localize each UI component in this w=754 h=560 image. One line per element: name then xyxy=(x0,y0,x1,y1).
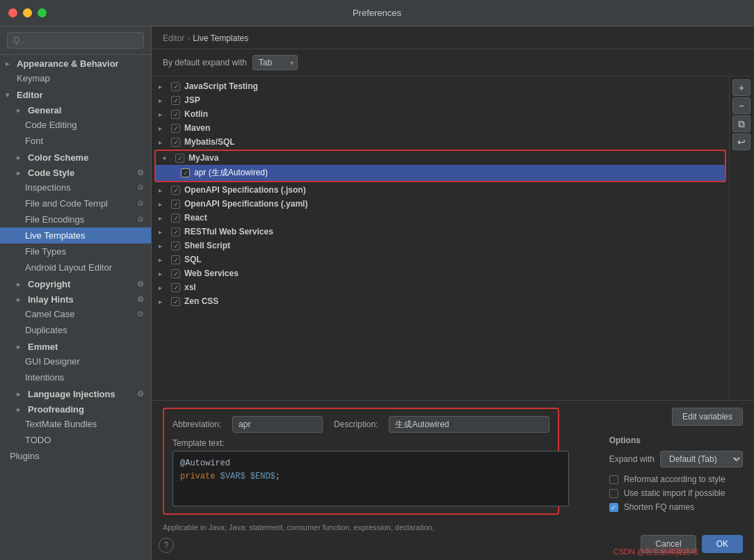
maximize-button[interactable] xyxy=(38,8,47,17)
help-button[interactable]: ? xyxy=(159,538,174,553)
group-checkbox-restful[interactable] xyxy=(171,227,180,237)
group-checkbox-xsl[interactable] xyxy=(171,283,180,292)
sidebar-item-language-injections[interactable]: Language Injections ⚙ xyxy=(0,385,151,401)
group-checkbox-javascript-testing[interactable] xyxy=(171,82,180,91)
close-button[interactable] xyxy=(8,8,17,17)
edit-variables-button[interactable]: Edit variables xyxy=(672,408,743,426)
sidebar-item-copyright[interactable]: Copyright ⚙ xyxy=(0,275,151,291)
template-line-1: @Autowired xyxy=(180,457,561,470)
group-checkbox-react[interactable] xyxy=(171,214,180,223)
copy-template-button[interactable]: ⧉ xyxy=(732,115,751,132)
sidebar-item-proofreading[interactable]: Proofreading xyxy=(0,401,151,416)
ok-button[interactable]: OK xyxy=(702,535,743,553)
sidebar-item-gui-designer[interactable]: GUI Designer xyxy=(0,353,151,369)
group-checkbox-maven[interactable] xyxy=(171,124,180,133)
template-group-mybatis-sql[interactable]: Mybatis/SQL xyxy=(152,135,729,149)
minimize-button[interactable] xyxy=(23,8,32,17)
sidebar-item-appearance-behavior[interactable]: Appearance & Behavior xyxy=(0,55,151,70)
sidebar-item-code-style[interactable]: Code Style ⚙ xyxy=(0,164,151,179)
template-group-javascript-testing[interactable]: JavaScript Testing xyxy=(152,79,729,93)
template-group-jsp[interactable]: JSP xyxy=(152,93,729,107)
gear-icon: ⚙ xyxy=(137,183,144,192)
reformat-option-row: Reformat according to style xyxy=(609,474,743,484)
toolbar: By default expand with Tab Enter Space xyxy=(152,49,754,77)
template-group-kotlin[interactable]: Kotlin xyxy=(152,107,729,121)
group-checkbox-mybatis-sql[interactable] xyxy=(171,138,180,147)
sidebar-item-editor[interactable]: Editor xyxy=(0,86,151,102)
group-checkbox-myjava[interactable] xyxy=(175,154,184,163)
reset-template-button[interactable]: ↩ xyxy=(732,134,751,150)
template-group-openapi-json[interactable]: OpenAPI Specifications (.json) xyxy=(152,183,729,197)
group-checkbox-zen-css[interactable] xyxy=(171,297,180,306)
sidebar-item-file-code-templates[interactable]: File and Code Templ ⚙ xyxy=(0,195,151,211)
sidebar-item-font[interactable]: Font xyxy=(0,133,151,149)
sidebar-item-camel-case[interactable]: Camel Case ⚙ xyxy=(0,306,151,322)
group-label: React xyxy=(184,213,207,223)
sidebar-item-file-types[interactable]: File Types xyxy=(0,243,151,259)
sidebar-item-intentions[interactable]: Intentions xyxy=(0,369,151,385)
template-group-xsl[interactable]: xsl xyxy=(152,280,729,294)
remove-template-button[interactable]: − xyxy=(732,97,751,114)
group-checkbox-shell-script[interactable] xyxy=(171,241,180,250)
sidebar-item-todo[interactable]: TODO xyxy=(0,432,151,448)
group-checkbox-sql[interactable] xyxy=(171,255,180,264)
sidebar-item-code-editing[interactable]: Code Editing xyxy=(0,117,151,133)
group-label: Maven xyxy=(184,123,210,133)
group-checkbox-web-services[interactable] xyxy=(171,269,180,278)
template-group-myjava[interactable]: MyJava xyxy=(156,151,725,165)
template-group-maven[interactable]: Maven xyxy=(152,121,729,135)
reformat-checkbox[interactable] xyxy=(609,475,618,484)
template-group-web-services[interactable]: Web Services xyxy=(152,266,729,280)
sidebar-item-duplicates[interactable]: Duplicates xyxy=(0,322,151,338)
static-import-checkbox[interactable] xyxy=(609,489,618,498)
side-buttons: + − ⧉ ↩ xyxy=(729,77,754,400)
sidebar-item-label: TODO xyxy=(25,435,51,445)
sidebar-item-label: Appearance & Behavior xyxy=(17,58,119,69)
sidebar-item-label: Intentions xyxy=(25,372,64,383)
group-checkbox-jsp[interactable] xyxy=(171,96,180,105)
breadcrumb-current: Live Templates xyxy=(193,33,248,43)
gear-icon: ⚙ xyxy=(137,390,144,399)
search-input[interactable] xyxy=(7,32,144,49)
options-section: Options Expand with Default (Tab) Tab En… xyxy=(609,435,743,516)
abbreviation-input[interactable] xyxy=(232,416,323,433)
chevron-right-icon xyxy=(159,228,167,236)
chevron-right-icon xyxy=(17,406,25,413)
template-group-shell-script[interactable]: Shell Script xyxy=(152,239,729,253)
group-checkbox-openapi-json[interactable] xyxy=(171,186,180,195)
add-template-button[interactable]: + xyxy=(732,79,751,96)
chevron-right-icon xyxy=(159,83,167,90)
sidebar-item-label: Android Layout Editor xyxy=(25,262,112,273)
shorten-fq-checkbox[interactable] xyxy=(609,503,618,512)
sidebar: Appearance & Behavior Keymap Editor Gene… xyxy=(0,26,152,560)
item-checkbox-apr[interactable]: ✓ xyxy=(181,168,190,177)
sidebar-item-android-layout-editor[interactable]: Android Layout Editor xyxy=(0,259,151,275)
sidebar-item-keymap[interactable]: Keymap xyxy=(0,70,151,86)
template-text-label: Template text: xyxy=(173,438,550,448)
group-label: OpenAPI Specifications (.yaml) xyxy=(184,199,307,209)
sidebar-item-inlay-hints[interactable]: Inlay Hints ⚙ xyxy=(0,291,151,306)
sidebar-item-general[interactable]: General xyxy=(0,102,151,117)
content-area: Editor › Live Templates By default expan… xyxy=(152,26,754,560)
chevron-right-icon xyxy=(159,125,167,132)
sidebar-item-color-scheme[interactable]: Color Scheme xyxy=(0,149,151,164)
group-checkbox-openapi-yaml[interactable] xyxy=(171,200,180,209)
expand-with-select[interactable]: Tab Enter Space xyxy=(252,55,298,70)
description-input[interactable] xyxy=(389,416,550,433)
sidebar-item-inspections[interactable]: Inspections ⚙ xyxy=(0,179,151,195)
sidebar-item-live-templates[interactable]: Live Templates xyxy=(0,227,151,243)
expand-with-dropdown[interactable]: Default (Tab) Tab Enter Space xyxy=(660,451,743,467)
template-group-react[interactable]: React xyxy=(152,211,729,225)
group-checkbox-kotlin[interactable] xyxy=(171,110,180,119)
template-group-sql[interactable]: SQL xyxy=(152,253,729,266)
template-item-apr[interactable]: ✓ apr (生成Autowired) xyxy=(156,165,725,181)
breadcrumb-parent: Editor xyxy=(163,33,184,43)
template-group-zen-css[interactable]: Zen CSS xyxy=(152,294,729,308)
chevron-right-icon xyxy=(159,138,167,146)
sidebar-item-plugins[interactable]: Plugins xyxy=(0,448,151,464)
template-group-restful[interactable]: RESTful Web Services xyxy=(152,225,729,239)
template-group-openapi-yaml[interactable]: OpenAPI Specifications (.yaml) xyxy=(152,197,729,211)
sidebar-item-emmet[interactable]: Emmet xyxy=(0,338,151,353)
sidebar-item-textmate-bundles[interactable]: TextMate Bundles xyxy=(0,416,151,432)
sidebar-item-file-encodings[interactable]: File Encodings ⚙ xyxy=(0,211,151,227)
